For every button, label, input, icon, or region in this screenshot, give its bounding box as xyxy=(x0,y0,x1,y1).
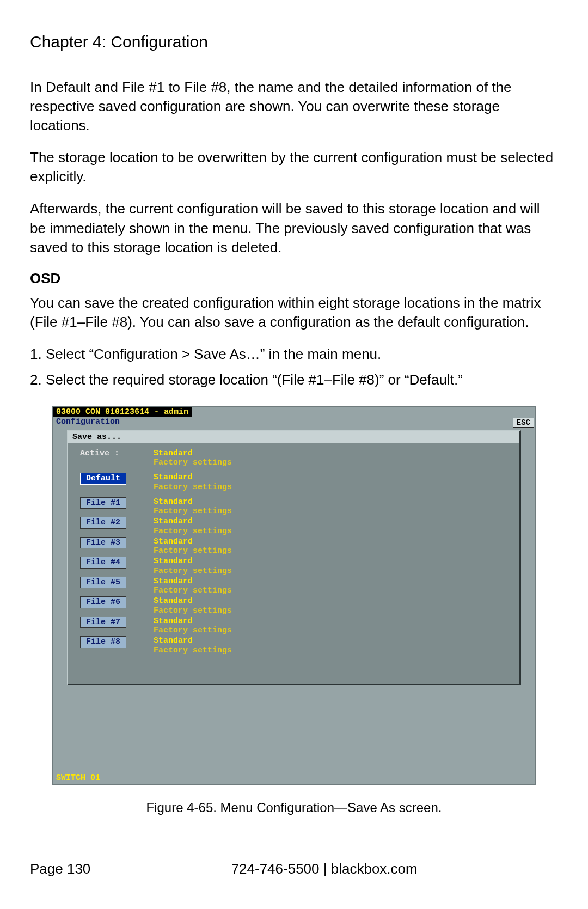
file-button[interactable]: File #7 xyxy=(80,617,126,628)
file-button[interactable]: File #1 xyxy=(80,497,126,509)
file-button[interactable]: File #8 xyxy=(80,636,126,648)
page-footer: Page 130 724-746-5500 | blackbox.com xyxy=(30,861,558,877)
osd-value: StandardFactory settings xyxy=(154,636,232,655)
paragraph: The storage location to be overwritten b… xyxy=(30,148,558,186)
osd-value: StandardFactory settings xyxy=(154,596,232,615)
file-button[interactable]: File #2 xyxy=(80,517,126,528)
osd-row: File #6StandardFactory settings xyxy=(80,596,511,615)
osd-heading: OSD xyxy=(30,270,558,287)
file-button[interactable]: File #3 xyxy=(80,537,126,548)
osd-value: StandardFactory settings xyxy=(154,557,232,576)
osd-panel: Save as... Active :StandardFactory setti… xyxy=(67,430,521,685)
osd-value: StandardFactory settings xyxy=(154,497,232,516)
step-2: 2. Select the required storage location … xyxy=(30,370,558,389)
osd-row: File #2StandardFactory settings xyxy=(80,517,511,536)
step-1: 1. Select “Configuration > Save As…” in … xyxy=(30,345,558,364)
paragraph: In Default and File #1 to File #8, the n… xyxy=(30,78,558,135)
osd-title: 03000 CON 010123614 - admin xyxy=(53,407,192,417)
osd-row: DefaultStandardFactory settings xyxy=(80,473,511,492)
file-button[interactable]: File #6 xyxy=(80,596,126,608)
osd-row: File #7StandardFactory settings xyxy=(80,617,511,636)
osd-value: StandardFactory settings xyxy=(154,577,232,596)
file-button[interactable]: File #5 xyxy=(80,577,126,588)
osd-row: File #5StandardFactory settings xyxy=(80,577,511,596)
osd-row: File #8StandardFactory settings xyxy=(80,636,511,655)
osd-row: File #3StandardFactory settings xyxy=(80,537,511,556)
osd-screenshot: 03000 CON 010123614 - admin Configuratio… xyxy=(52,406,536,815)
osd-value: StandardFactory settings xyxy=(154,473,232,492)
footer-contact: 724-746-5500 | blackbox.com xyxy=(90,861,558,877)
osd-value: StandardFactory settings xyxy=(154,617,232,636)
esc-button[interactable]: ESC xyxy=(513,418,534,428)
osd-footer: SWITCH 01 xyxy=(53,772,535,784)
paragraph: Afterwards, the current configuration wi… xyxy=(30,199,558,257)
file-button[interactable]: File #4 xyxy=(80,557,126,568)
osd-value: StandardFactory settings xyxy=(154,449,232,468)
chapter-title: Chapter 4: Configuration xyxy=(30,33,558,51)
osd-value: StandardFactory settings xyxy=(154,537,232,556)
osd-value: StandardFactory settings xyxy=(154,517,232,536)
active-label: Active : xyxy=(80,449,119,458)
default-button[interactable]: Default xyxy=(80,473,126,484)
page-number: Page 130 xyxy=(30,861,90,877)
figure-caption: Figure 4-65. Menu Configuration—Save As … xyxy=(52,800,536,815)
osd-config-label: Configuration xyxy=(53,417,123,428)
osd-row: File #4StandardFactory settings xyxy=(80,557,511,576)
osd-row: File #1StandardFactory settings xyxy=(80,497,511,516)
divider xyxy=(30,58,558,58)
saveas-header: Save as... xyxy=(68,431,519,443)
osd-row: Active :StandardFactory settings xyxy=(80,449,511,468)
paragraph: You can save the created configuration w… xyxy=(30,294,558,332)
